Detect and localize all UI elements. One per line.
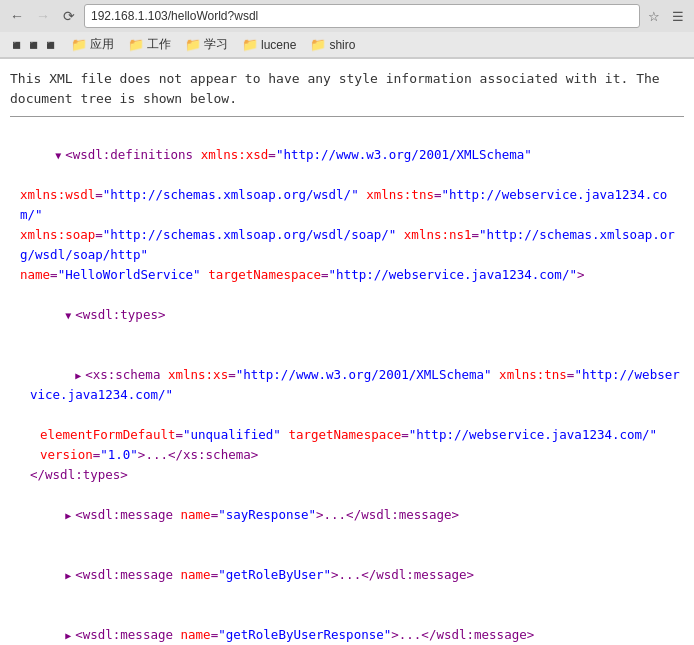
definitions-toggle[interactable] — [55, 145, 65, 165]
info-text-line1: This XML file does not appear to have an… — [10, 71, 660, 86]
xml-definitions-attr1: xmlns:wsdl="http://schemas.xmlsoap.org/w… — [10, 185, 684, 225]
page-content: This XML file does not appear to have an… — [0, 59, 694, 645]
folder-icon-shiro: 📁 — [310, 37, 326, 52]
apps-icon: ​◾◾◾ — [8, 37, 59, 53]
xml-definitions-attr2: xmlns:soap="http://schemas.xmlsoap.org/w… — [10, 225, 684, 265]
bookmark-shiro-label: shiro — [329, 38, 355, 52]
xml-types-line: <wsdl:types> — [10, 285, 684, 345]
xml-msg-getrolebyuser: <wsdl:message name="getRoleByUser">...</… — [10, 545, 684, 605]
xml-schema-version: version="1.0">...</xs:schema> — [10, 445, 684, 465]
bookmark-study[interactable]: 📁 学习 — [179, 34, 234, 55]
forward-button[interactable]: → — [32, 5, 54, 27]
address-bar[interactable] — [84, 4, 640, 28]
bookmark-apps[interactable]: 📁 应用 — [65, 34, 120, 55]
types-toggle[interactable] — [65, 305, 75, 325]
msg-getrolebyuserresponse-toggle[interactable] — [65, 625, 75, 645]
xml-definitions-attr3: name="HelloWorldService" targetNamespace… — [10, 265, 684, 285]
info-message: This XML file does not appear to have an… — [10, 69, 684, 117]
folder-icon-work: 📁 — [128, 37, 144, 52]
reload-button[interactable]: ⟳ — [58, 5, 80, 27]
schema-toggle[interactable] — [75, 365, 85, 385]
xml-schema-line: <xs:schema xmlns:xs="http://www.w3.org/2… — [10, 345, 684, 425]
bookmark-shiro[interactable]: 📁 shiro — [304, 35, 361, 54]
bookmark-work[interactable]: 📁 工作 — [122, 34, 177, 55]
bookmark-lucene-label: lucene — [261, 38, 296, 52]
xml-tree: <wsdl:definitions xmlns:xsd="http://www.… — [10, 125, 684, 645]
xml-msg-getrolebyuserresponse: <wsdl:message name="getRoleByUserRespons… — [10, 605, 684, 645]
msg-getrolebyuser-toggle[interactable] — [65, 565, 75, 585]
back-button[interactable]: ← — [6, 5, 28, 27]
xml-types-close: </wsdl:types> — [10, 465, 684, 485]
bookmarks-bar: ​◾◾◾ 📁 应用 📁 工作 📁 学习 📁 lucene 📁 shiro — [0, 32, 694, 58]
xml-definitions-line: <wsdl:definitions xmlns:xsd="http://www.… — [10, 125, 684, 185]
bookmark-lucene[interactable]: 📁 lucene — [236, 35, 302, 54]
bookmark-work-label: 工作 — [147, 36, 171, 53]
folder-icon-study: 📁 — [185, 37, 201, 52]
bookmark-study-label: 学习 — [204, 36, 228, 53]
browser-chrome: ← → ⟳ ☆ ☰ ​◾◾◾ 📁 应用 📁 工作 📁 学习 📁 lucene 📁… — [0, 0, 694, 59]
xml-schema-attr: elementFormDefault="unqualified" targetN… — [10, 425, 684, 445]
info-text-line2: document tree is shown below. — [10, 91, 237, 106]
xml-msg-sayresponse: <wsdl:message name="sayResponse">...</ws… — [10, 485, 684, 545]
msg-sayresponse-toggle[interactable] — [65, 505, 75, 525]
page-action-button[interactable]: ☰ — [668, 6, 688, 26]
folder-icon: 📁 — [71, 37, 87, 52]
folder-icon-lucene: 📁 — [242, 37, 258, 52]
bookmark-star-button[interactable]: ☆ — [644, 6, 664, 26]
bookmark-apps-label: 应用 — [90, 36, 114, 53]
toolbar: ← → ⟳ ☆ ☰ — [0, 0, 694, 32]
